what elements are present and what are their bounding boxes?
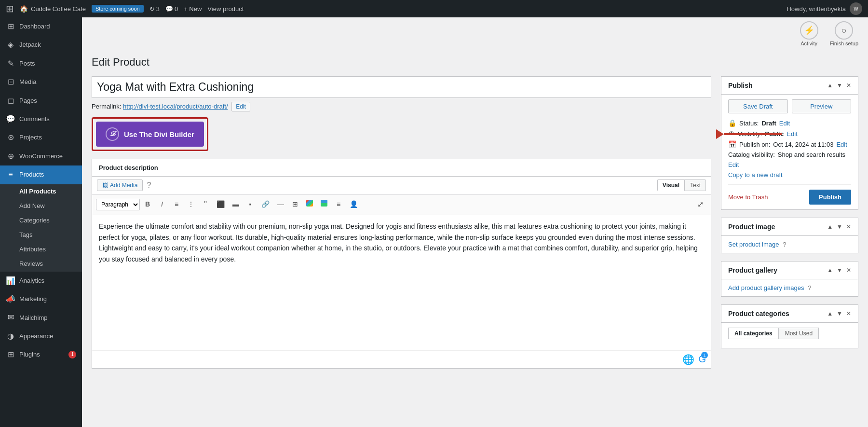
publish-box-body: Save Draft Preview 🔒 Status: Draft Edit … — [721, 95, 858, 209]
color-picker-icon — [306, 200, 313, 207]
publish-on-edit-link[interactable]: Edit — [836, 141, 847, 148]
format-select[interactable]: Paragraph Heading 1 Heading 2 — [96, 199, 140, 210]
product-gallery-help-icon[interactable]: ? — [808, 284, 811, 291]
plugins-icon: ⊞ — [6, 349, 15, 360]
sidebar-item-projects[interactable]: ⊛ Projects — [0, 128, 82, 147]
visual-tab[interactable]: Visual — [657, 179, 685, 191]
view-product-item[interactable]: View product — [207, 5, 244, 13]
sidebar-item-posts[interactable]: ✎ Posts — [0, 55, 82, 73]
submenu-item-categories[interactable]: Categories — [0, 213, 82, 228]
sidebar-item-woocommerce[interactable]: ⊕ WooCommerce — [0, 147, 82, 165]
collapse-down-icon[interactable]: ▼ — [837, 82, 842, 89]
catalog-value: Shop and search results — [778, 151, 845, 158]
align-left-button[interactable]: ⬛ — [213, 198, 228, 211]
product-image-help-icon[interactable]: ? — [783, 241, 786, 248]
visibility-edit-link[interactable]: Edit — [787, 130, 797, 138]
sidebar-item-mailchimp[interactable]: ✉ Mailchimp — [0, 308, 82, 327]
collapse-up-icon[interactable]: ▲ — [827, 82, 833, 89]
finish-setup-icon: ○ — [835, 21, 853, 40]
catalog-edit-link[interactable]: Edit — [728, 161, 739, 168]
special-char-button[interactable] — [303, 198, 316, 211]
preview-button[interactable]: Preview — [792, 99, 852, 113]
expand-button[interactable]: ⤢ — [693, 197, 707, 212]
product-gallery-box: Product gallery ▲ ▼ ✕ Add product galler… — [721, 261, 858, 297]
product-image-close-icon[interactable]: ✕ — [846, 223, 851, 230]
product-gallery-up-icon[interactable]: ▲ — [827, 267, 833, 274]
product-image-down-icon[interactable]: ▼ — [837, 223, 842, 230]
product-gallery-down-icon[interactable]: ▼ — [837, 267, 842, 274]
submenu-item-add-new[interactable]: Add New — [0, 199, 82, 213]
comments-item[interactable]: 💬 0 — [165, 5, 178, 13]
most-used-tab[interactable]: Most Used — [779, 328, 819, 339]
table-button[interactable]: ⊞ — [288, 198, 302, 211]
close-icon[interactable]: ✕ — [846, 82, 851, 89]
product-description-box: Product description 🖼 Add Media ? Visual — [92, 159, 711, 369]
product-image-box: Product image ▲ ▼ ✕ Set product image ? — [721, 218, 858, 253]
status-edit-link[interactable]: Edit — [779, 120, 790, 127]
sidebar-item-analytics[interactable]: 📊 Analytics — [0, 272, 82, 290]
activity-icon: ⚡ — [800, 21, 818, 40]
all-categories-tab[interactable]: All categories — [728, 328, 779, 339]
bold-button[interactable]: B — [141, 198, 154, 211]
misc-button2[interactable]: 👤 — [346, 198, 361, 211]
submenu-item-attributes[interactable]: Attributes — [0, 242, 82, 257]
ordered-list-button[interactable]: ⋮ — [184, 198, 198, 211]
sidebar-item-label: Posts — [19, 59, 35, 68]
align-center-button[interactable]: ▬ — [229, 198, 243, 211]
copy-draft-link[interactable]: Copy to a new draft — [728, 171, 783, 179]
product-categories-close-icon[interactable]: ✕ — [846, 310, 851, 317]
finish-setup-button[interactable]: ○ Finish setup — [830, 21, 858, 46]
horizontal-rule-button[interactable]: — — [274, 198, 287, 211]
editor-content[interactable]: Experience the ultimate comfort and stab… — [92, 215, 711, 350]
sidebar-item-pages[interactable]: ◻ Pages — [0, 92, 82, 110]
text-tab[interactable]: Text — [685, 179, 706, 191]
footer-icon-1[interactable]: 🌐 — [682, 354, 694, 365]
publish-on-row: 📅 Publish on: Oct 14, 2024 at 11:03 Edit — [728, 140, 851, 148]
product-categories-down-icon[interactable]: ▼ — [837, 310, 842, 317]
save-draft-button[interactable]: Save Draft — [728, 99, 788, 113]
link-button[interactable]: 🔗 — [258, 198, 273, 211]
add-gallery-images-link[interactable]: Add product gallery images — [728, 284, 804, 291]
pages-icon: ◻ — [6, 96, 15, 106]
sidebar-item-media[interactable]: ⊡ Media — [0, 73, 82, 91]
all-products-link[interactable]: All Products — [0, 184, 82, 199]
submenu-item-reviews[interactable]: Reviews — [0, 257, 82, 271]
italic-button[interactable]: I — [155, 198, 169, 211]
submenu-item-tags[interactable]: Tags — [0, 228, 82, 242]
set-product-image-link[interactable]: Set product image — [728, 241, 779, 248]
help-icon[interactable]: ? — [147, 181, 151, 190]
add-media-button[interactable]: 🖼 Add Media — [97, 179, 143, 191]
misc-button1[interactable]: ≡ — [332, 198, 345, 211]
footer-icon-2[interactable]: G 1 — [698, 354, 706, 365]
avatar[interactable]: W — [850, 2, 862, 15]
publish-footer: Move to Trash Publish — [728, 184, 851, 205]
product-image-up-icon[interactable]: ▲ — [827, 223, 833, 230]
submenu-item-all-products[interactable]: All Products — [0, 184, 82, 199]
sync-item[interactable]: ↻ 3 — [149, 5, 160, 13]
permalink-url[interactable]: http://divi-test.local/product/auto-draf… — [123, 103, 228, 110]
product-categories-up-icon[interactable]: ▲ — [827, 310, 833, 317]
sidebar-item-jetpack[interactable]: ◈ Jetpack — [0, 36, 82, 54]
sidebar-item-comments[interactable]: 💬 Comments — [0, 110, 82, 128]
woocommerce-icon: ⊕ — [6, 151, 15, 162]
publish-title: Publish — [728, 82, 823, 89]
blockquote-button[interactable]: " — [199, 197, 212, 212]
sidebar-item-appearance[interactable]: ◑ Appearance — [0, 327, 82, 345]
divi-builder-button[interactable]: 𝒟 Use The Divi Builder — [96, 122, 204, 147]
post-title-input[interactable] — [92, 76, 711, 98]
sidebar-item-dashboard[interactable]: ⊞ Dashboard — [0, 17, 82, 36]
align-right-button[interactable]: ▪ — [244, 198, 257, 211]
publish-button[interactable]: Publish — [809, 190, 851, 205]
unordered-list-button[interactable]: ≡ — [170, 198, 183, 211]
permalink-edit-button[interactable]: Edit — [231, 102, 250, 111]
site-name[interactable]: 🏠 Cuddle Coffee Cafe — [20, 5, 86, 13]
product-gallery-close-icon[interactable]: ✕ — [846, 267, 851, 274]
editor-toolbar-top: 🖼 Add Media ? Visual Text — [92, 177, 711, 194]
move-to-trash-link[interactable]: Move to Trash — [728, 193, 768, 201]
sidebar-item-plugins[interactable]: ⊞ Plugins 1 — [0, 345, 82, 364]
sidebar-item-products[interactable]: ≡ Products All Products Add New Categori… — [0, 165, 82, 272]
activity-button[interactable]: ⚡ Activity — [800, 21, 818, 46]
sidebar-item-marketing[interactable]: 📣 Marketing — [0, 290, 82, 308]
color-button[interactable] — [317, 198, 331, 211]
new-item[interactable]: + New — [184, 5, 202, 13]
